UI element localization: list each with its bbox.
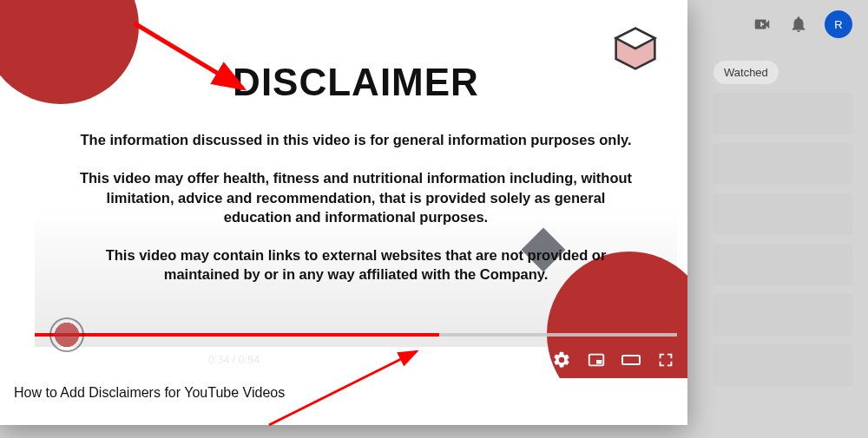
video-player[interactable]: DISCLAIMER The information discussed in … bbox=[0, 0, 687, 378]
create-icon[interactable] bbox=[752, 14, 773, 35]
disclaimer-paragraph-1: The information discussed in this video … bbox=[78, 130, 634, 149]
recommendation-card[interactable] bbox=[713, 244, 852, 285]
video-title: How to Add Disclaimers for YouTube Video… bbox=[0, 385, 687, 401]
site-top-bar: R bbox=[752, 0, 868, 49]
recommendation-card[interactable] bbox=[713, 143, 852, 185]
notifications-icon[interactable] bbox=[788, 14, 809, 35]
pause-button[interactable] bbox=[35, 349, 57, 371]
recommendation-card[interactable] bbox=[713, 294, 852, 336]
time-display: 0:34 / 0:54 bbox=[208, 354, 260, 366]
avatar[interactable]: R bbox=[825, 10, 852, 38]
avatar-initial: R bbox=[834, 18, 842, 31]
svg-rect-6 bbox=[622, 356, 640, 364]
volume-fill bbox=[139, 359, 191, 362]
miniplayer-button[interactable] bbox=[585, 349, 608, 371]
volume-icon[interactable] bbox=[104, 349, 127, 371]
next-button[interactable] bbox=[69, 349, 92, 371]
svg-rect-5 bbox=[596, 360, 602, 364]
video-frame: DISCLAIMER The information discussed in … bbox=[35, 0, 677, 347]
progress-track[interactable] bbox=[35, 333, 677, 337]
recommendation-card[interactable] bbox=[713, 344, 852, 386]
recommendation-card[interactable] bbox=[713, 93, 852, 134]
current-time: 0:34 bbox=[208, 354, 229, 366]
filter-chip-watched[interactable]: Watched bbox=[713, 61, 779, 84]
theater-mode-button[interactable] bbox=[620, 349, 642, 371]
disclaimer-paragraph-2: This video may offer health, fitness and… bbox=[78, 168, 634, 226]
lightbox-overlay: DISCLAIMER The information discussed in … bbox=[0, 0, 687, 425]
recommendations-sidebar: Watched bbox=[713, 61, 852, 386]
disclaimer-slide-content: DISCLAIMER The information discussed in … bbox=[35, 61, 677, 304]
svg-text:CC: CC bbox=[522, 357, 532, 365]
player-controls: 0:34 / 0:54 CC bbox=[35, 345, 677, 375]
disclaimer-paragraph-3: This video may contain links to external… bbox=[78, 245, 634, 284]
disclaimer-heading: DISCLAIMER bbox=[78, 61, 634, 104]
settings-button[interactable] bbox=[550, 349, 573, 371]
duration: 0:54 bbox=[239, 354, 260, 366]
captions-button[interactable]: CC bbox=[516, 349, 538, 371]
time-separator: / bbox=[233, 354, 239, 366]
progress-fill bbox=[35, 333, 439, 337]
progress-bar[interactable] bbox=[35, 326, 677, 343]
volume-slider[interactable] bbox=[139, 359, 191, 362]
recommendation-card[interactable] bbox=[713, 193, 852, 235]
volume-knob[interactable] bbox=[186, 355, 196, 365]
fullscreen-button[interactable] bbox=[654, 349, 677, 371]
